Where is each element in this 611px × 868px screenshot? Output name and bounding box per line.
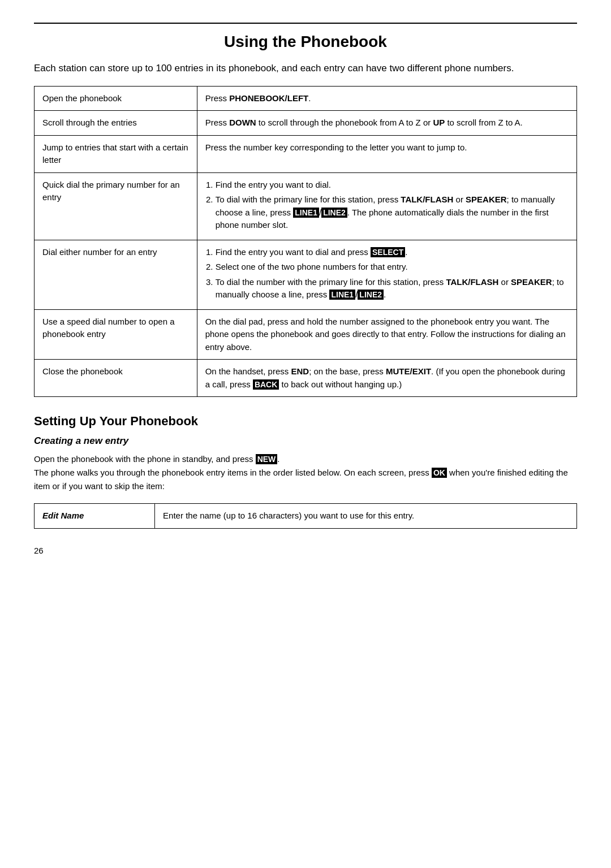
- keyword: SPEAKER: [511, 277, 552, 287]
- action-cell: Jump to entries that start with a certai…: [35, 135, 197, 172]
- description-cell: Press the number key corresponding to th…: [197, 135, 576, 172]
- table-row: Dial either number for an entry Find the…: [35, 240, 577, 309]
- table-row: Close the phonebook On the handset, pres…: [35, 360, 577, 397]
- line2-badge: LINE2: [321, 208, 347, 218]
- description-cell: On the handset, press END; on the base, …: [197, 360, 576, 397]
- back-badge: BACK: [253, 379, 279, 390]
- section-text-1: Open the phonebook with the phone in sta…: [34, 452, 577, 493]
- edit-name-description: Enter the name (up to 16 characters) you…: [155, 504, 577, 529]
- action-cell: Open the phonebook: [35, 86, 197, 111]
- description-cell: Find the entry you want to dial. To dial…: [197, 172, 576, 240]
- table-row: Scroll through the entries Press DOWN to…: [35, 111, 577, 136]
- keyword: SPEAKER: [466, 195, 507, 204]
- line2-badge: LINE2: [358, 290, 384, 300]
- select-badge: SELECT: [371, 247, 405, 257]
- description-cell: On the dial pad, press and hold the numb…: [197, 309, 576, 360]
- table-row: Open the phonebook Press PHONEBOOK/LEFT.: [35, 86, 577, 111]
- table-row: Use a speed dial number to open a phoneb…: [35, 309, 577, 360]
- table-row: Edit Name Enter the name (up to 16 chara…: [35, 504, 577, 529]
- subsection-title: Creating a new entry: [34, 435, 577, 447]
- page-title: Using the Phonebook: [34, 23, 577, 51]
- keyword: END: [291, 366, 309, 376]
- edit-name-table: Edit Name Enter the name (up to 16 chara…: [34, 503, 577, 529]
- section2-title: Setting Up Your Phonebook: [34, 414, 577, 429]
- keyword: MUTE/EXIT: [386, 366, 431, 376]
- table-row: Jump to entries that start with a certai…: [35, 135, 577, 172]
- action-cell: Quick dial the primary number for an ent…: [35, 172, 197, 240]
- description-cell: Press DOWN to scroll through the phonebo…: [197, 111, 576, 136]
- keyword: UP: [433, 118, 445, 127]
- table-row: Quick dial the primary number for an ent…: [35, 172, 577, 240]
- new-badge: NEW: [256, 454, 278, 464]
- description-cell: Press PHONEBOOK/LEFT.: [197, 86, 576, 111]
- action-cell: Use a speed dial number to open a phoneb…: [35, 309, 197, 360]
- action-cell: Scroll through the entries: [35, 111, 197, 136]
- keyword: TALK/FLASH: [446, 277, 498, 287]
- action-cell: Dial either number for an entry: [35, 240, 197, 309]
- line1-badge: LINE1: [329, 290, 355, 300]
- action-cell: Close the phonebook: [35, 360, 197, 397]
- description-cell: Find the entry you want to dial and pres…: [197, 240, 576, 309]
- ok-badge: OK: [432, 468, 447, 478]
- edit-name-label: Edit Name: [35, 504, 155, 529]
- intro-text: Each station can store up to 100 entries…: [34, 61, 577, 76]
- page-number: 26: [34, 546, 577, 555]
- line1-badge: LINE1: [293, 208, 319, 218]
- keyword: PHONEBOOK/LEFT: [229, 93, 308, 103]
- keyword: DOWN: [229, 118, 256, 127]
- phonebook-table: Open the phonebook Press PHONEBOOK/LEFT.…: [34, 86, 577, 398]
- keyword: TALK/FLASH: [401, 195, 453, 204]
